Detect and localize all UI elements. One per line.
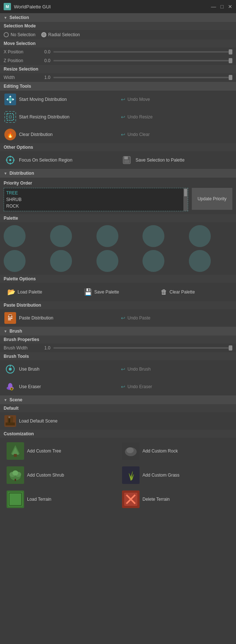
- focus-on-selection-btn[interactable]: Focus On Selection Region: [2, 153, 117, 167]
- move-icon: [4, 94, 16, 105]
- palette-item-5[interactable]: [189, 225, 211, 247]
- priority-list[interactable]: TREE SHRUB ROCK: [4, 188, 188, 211]
- rock-icon: [122, 442, 140, 460]
- load-default-scene-btn[interactable]: Load Default Scene: [2, 414, 234, 428]
- save-palette-label: Save Palette: [94, 289, 119, 295]
- clear-palette-btn[interactable]: 🗑 Clear Palette: [157, 286, 232, 298]
- add-custom-rock-btn[interactable]: Add Custom Rock: [119, 440, 232, 462]
- paste-distribution-label: Paste Distribution: [19, 315, 53, 321]
- distribution-collapse-arrow: ▼: [4, 171, 7, 175]
- svg-text:🔥: 🔥: [7, 131, 14, 138]
- palette-item-9[interactable]: [142, 250, 164, 272]
- move-selection-header: Move Selection: [0, 39, 236, 48]
- scene-section-header[interactable]: ▼ Scene: [0, 395, 236, 404]
- priority-item-rock[interactable]: ROCK: [6, 203, 186, 209]
- priority-item-tree[interactable]: TREE: [6, 190, 186, 196]
- undo-clear-arrow: ↩: [121, 132, 125, 137]
- clear-palette-icon: 🗑: [161, 288, 167, 296]
- brush-width-slider[interactable]: [53, 347, 232, 349]
- start-resizing-label: Start Resizing Distribution: [19, 114, 69, 120]
- palette-item-4[interactable]: [142, 225, 164, 247]
- svg-rect-35: [8, 417, 10, 417]
- priority-scroll-thumb: [184, 189, 187, 196]
- no-selection-radio[interactable]: No Selection: [4, 32, 35, 37]
- undo-paste-btn[interactable]: ↩ Undo Paste: [119, 311, 234, 325]
- update-priority-button[interactable]: Update Priority: [192, 188, 232, 210]
- load-default-scene-row: Load Default Scene: [0, 412, 236, 430]
- clear-distribution-btn[interactable]: 🔥 Clear Distribution: [2, 127, 117, 142]
- z-position-value: 0.0: [36, 58, 50, 63]
- delete-terrain-btn[interactable]: Delete Terrain: [119, 488, 232, 510]
- add-custom-grass-btn[interactable]: Add Custom Grass: [119, 464, 232, 486]
- priority-content: TREE SHRUB ROCK Update Priority: [4, 188, 232, 211]
- undo-eraser-btn[interactable]: ↩ Undo Eraser: [119, 379, 234, 394]
- close-button[interactable]: ✕: [228, 4, 232, 10]
- distribution-section-header[interactable]: ▼ Distribution: [0, 169, 236, 178]
- undo-eraser-label: Undo Eraser: [127, 384, 152, 389]
- customization-section-header: Customization: [0, 430, 236, 438]
- paste-distribution-btn[interactable]: Paste Distribution: [2, 311, 117, 325]
- editing-tools-label: Editing Tools: [4, 84, 31, 89]
- maximize-button[interactable]: □: [221, 4, 224, 10]
- resize-selection-header: Resize Selection: [0, 65, 236, 73]
- svg-rect-18: [124, 160, 129, 163]
- svg-rect-17: [124, 156, 128, 159]
- palette-options-header: Palette Options: [0, 275, 236, 283]
- load-terrain-btn[interactable]: Load Terrain: [4, 488, 117, 510]
- undo-resize-btn[interactable]: ↩ Undo Resize: [119, 110, 234, 124]
- z-position-slider[interactable]: [53, 60, 232, 61]
- priority-order-section: Priority Order TREE SHRUB ROCK Update Pr…: [0, 178, 236, 214]
- brush-section-header[interactable]: ▼ Brush: [0, 327, 236, 336]
- start-resizing-btn[interactable]: Start Resizing Distribution: [2, 110, 117, 124]
- start-moving-btn[interactable]: Start Moving Distribution: [2, 92, 117, 107]
- app-title: WorldPalette GUI: [14, 4, 208, 10]
- load-palette-btn[interactable]: 📂 Load Palette: [4, 286, 79, 298]
- selection-mode-group: No Selection Radial Selection: [0, 30, 236, 39]
- use-eraser-btn[interactable]: Use Eraser: [2, 379, 117, 394]
- svg-rect-53: [9, 493, 21, 505]
- palette-item-1[interactable]: [4, 225, 26, 247]
- x-position-slider[interactable]: [53, 51, 232, 53]
- other-options-row: Focus On Selection Region Save Selection…: [0, 151, 236, 169]
- use-brush-btn[interactable]: Use Brush: [2, 362, 117, 376]
- palette-item-7[interactable]: [50, 250, 72, 272]
- save-palette-btn[interactable]: 💾 Save Palette: [80, 286, 156, 298]
- undo-clear-btn[interactable]: ↩ Undo Clear: [119, 127, 234, 142]
- priority-order-label: Priority Order: [4, 181, 232, 186]
- brush-label: Brush: [9, 329, 22, 334]
- width-slider[interactable]: [53, 77, 232, 78]
- delete-terrain-label: Delete Terrain: [142, 497, 170, 502]
- palette-item-6[interactable]: [4, 250, 26, 272]
- clear-icon: 🔥: [4, 129, 16, 140]
- customization-grid: Add Custom Tree Add Custom Rock: [4, 440, 232, 510]
- minimize-button[interactable]: —: [211, 4, 216, 10]
- save-selection-btn[interactable]: Save Selection to Palette: [119, 153, 234, 167]
- width-thumb: [229, 75, 232, 80]
- svg-rect-21: [8, 318, 12, 319]
- eraser-icon: [4, 381, 16, 393]
- palette-item-2[interactable]: [50, 225, 72, 247]
- start-moving-label: Start Moving Distribution: [19, 97, 67, 102]
- scene-collapse-arrow: ▼: [4, 398, 7, 402]
- undo-brush-arrow: ↩: [121, 366, 125, 372]
- palette-item-8[interactable]: [96, 250, 118, 272]
- priority-item-shrub[interactable]: SHRUB: [6, 196, 186, 203]
- palette-item-3[interactable]: [96, 225, 118, 247]
- svg-rect-7: [9, 116, 11, 118]
- brush-width-value: 1.0: [36, 345, 50, 351]
- priority-scrollbar[interactable]: [183, 188, 188, 211]
- radial-selection-radio[interactable]: Radial Selection: [41, 32, 80, 37]
- brush-tools-header: Brush Tools: [0, 352, 236, 360]
- radial-selection-dot: [41, 32, 46, 37]
- resize-icon: [4, 111, 16, 123]
- selection-section-header[interactable]: ▼ Selection: [0, 13, 236, 22]
- undo-brush-btn[interactable]: ↩ Undo Brush: [119, 362, 234, 376]
- svg-rect-39: [14, 454, 17, 457]
- delete-terrain-icon: [122, 490, 140, 508]
- distribution-label: Distribution: [9, 171, 34, 176]
- brush-width-label: Brush Width: [4, 345, 33, 351]
- palette-item-10[interactable]: [189, 250, 211, 272]
- add-custom-tree-btn[interactable]: Add Custom Tree: [4, 440, 117, 462]
- undo-move-btn[interactable]: ↩ Undo Move: [119, 92, 234, 107]
- add-custom-shrub-btn[interactable]: Add Custom Shrub: [4, 464, 117, 486]
